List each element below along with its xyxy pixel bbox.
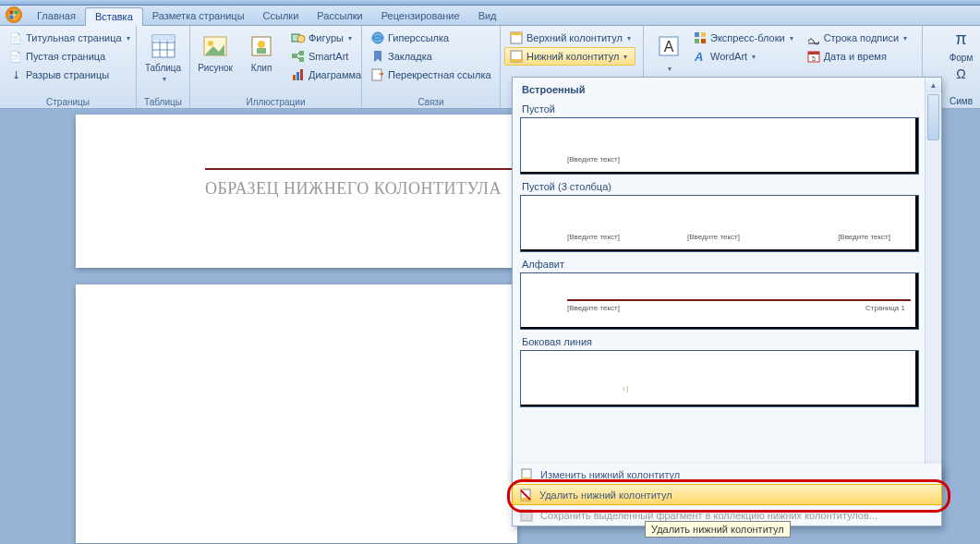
bookmark-button[interactable]: Закладка xyxy=(366,47,496,66)
footer-icon xyxy=(509,49,524,64)
gallery-scrollbar[interactable]: ▲ ▼ xyxy=(925,78,941,480)
gallery-item-blank[interactable]: [Введите текст] xyxy=(520,117,919,175)
gallery-section-builtin: Встроенный xyxy=(520,81,919,99)
table-icon xyxy=(149,31,178,61)
header-icon xyxy=(509,30,524,45)
shapes-button[interactable]: Фигуры▾ xyxy=(286,29,366,47)
tab-home[interactable]: Главная xyxy=(28,7,85,25)
group-pages-label: Страницы xyxy=(4,96,132,108)
hyperlink-button[interactable]: Гиперссылка xyxy=(366,29,496,47)
group-illus: Рисунок Клип Фигуры▾ SmartArt Диаграмма … xyxy=(190,26,362,108)
tab-view[interactable]: Вид xyxy=(469,7,506,25)
svg-rect-41 xyxy=(808,52,819,54)
svg-line-21 xyxy=(296,53,299,55)
page-break-label: Разрыв страницы xyxy=(26,69,109,80)
clip-label: Клип xyxy=(251,61,272,73)
footer-button[interactable]: Нижний колонтитул▾ xyxy=(504,47,635,66)
page-break-button[interactable]: ⤓Разрыв страницы xyxy=(4,66,135,84)
gallery-item-sideline-title: Боковая линия xyxy=(520,332,919,350)
placeholder-text: [Введите текст] xyxy=(567,304,620,312)
chart-button[interactable]: Диаграмма xyxy=(286,66,366,84)
svg-line-22 xyxy=(296,56,299,59)
tab-insert[interactable]: Вставка xyxy=(85,7,143,26)
smartart-button[interactable]: SmartArt xyxy=(286,47,366,66)
svg-rect-29 xyxy=(511,32,522,35)
shapes-label: Фигуры xyxy=(309,32,344,43)
svg-text:5: 5 xyxy=(812,55,816,62)
save-selection-label: Сохранить выделенный фрагмент в коллекци… xyxy=(540,510,877,521)
crossref-icon xyxy=(370,67,385,82)
svg-point-0 xyxy=(6,6,22,23)
placeholder-text: [Введите текст] xyxy=(838,233,890,241)
gallery-item-sideline[interactable]: ı | xyxy=(520,350,919,407)
tab-review[interactable]: Рецензирование xyxy=(372,7,469,25)
group-tables: Таблица ▾ Таблицы xyxy=(137,26,190,108)
group-pages: 📄Титульная страница▾ 📄Пустая страница ⤓Р… xyxy=(0,26,137,108)
svg-rect-19 xyxy=(299,51,304,55)
svg-text:A: A xyxy=(664,39,674,54)
svg-rect-31 xyxy=(511,59,522,62)
wordart-button[interactable]: AWordArt▾ xyxy=(688,47,798,66)
gallery-item-alpha[interactable]: [Введите текст] Страница 1 xyxy=(520,272,919,330)
picture-icon xyxy=(200,31,230,61)
wordart-icon: A xyxy=(693,49,708,64)
clipart-button[interactable]: Клип xyxy=(240,29,283,76)
picture-label: Рисунок xyxy=(198,61,233,73)
shapes-icon xyxy=(291,30,306,45)
smartart-icon xyxy=(291,49,306,64)
hyperlink-label: Гиперссылка xyxy=(388,32,449,43)
svg-rect-24 xyxy=(296,72,299,80)
svg-rect-35 xyxy=(701,32,706,37)
svg-point-17 xyxy=(297,35,305,42)
hyperlink-icon xyxy=(370,30,385,45)
signature-line-button[interactable]: Строка подписи▾ xyxy=(802,29,912,47)
datetime-button[interactable]: 5Дата и время xyxy=(802,47,912,66)
bookmark-icon xyxy=(370,49,385,64)
wordart-label: WordArt xyxy=(710,51,747,62)
header-button[interactable]: Верхний колонтитул▾ xyxy=(504,29,635,47)
remove-footer-menuitem[interactable]: Удалить нижний колонтитул xyxy=(512,484,942,505)
tab-refs[interactable]: Ссылки xyxy=(254,7,309,25)
omega-icon: Ω xyxy=(956,66,965,81)
edit-footer-label: Изменить нижний колонтитул xyxy=(540,469,680,480)
table-button[interactable]: Таблица ▾ xyxy=(140,29,186,87)
dropdown-icon: ▾ xyxy=(788,34,793,42)
dropdown-icon: ▾ xyxy=(161,75,166,83)
scroll-thumb[interactable] xyxy=(927,94,939,140)
document-page-1: ОБРАЗЕЦ НИЖНЕГО КОЛОНТИТУЛА xyxy=(76,115,517,268)
crossref-button[interactable]: Перекрестная ссылка xyxy=(366,66,496,84)
office-button[interactable] xyxy=(0,5,28,25)
tab-mail[interactable]: Рассылки xyxy=(308,7,371,25)
cover-page-button[interactable]: 📄Титульная страница▾ xyxy=(4,29,135,47)
table-label: Таблица xyxy=(145,63,181,73)
placeholder-text: [Введите текст] xyxy=(687,233,740,241)
footer-label: Нижний колонтитул xyxy=(526,51,619,62)
blank-page-button[interactable]: 📄Пустая страница xyxy=(4,47,135,66)
save-icon xyxy=(518,507,535,524)
svg-rect-44 xyxy=(522,478,531,480)
formula-label: Форм xyxy=(950,53,974,63)
svg-rect-25 xyxy=(300,69,303,80)
group-links-label: Связи xyxy=(366,96,496,108)
document-page-2 xyxy=(76,284,517,543)
smartart-label: SmartArt xyxy=(309,51,348,62)
gallery-item-blank3-title: Пустой (3 столбца) xyxy=(520,176,919,195)
group-illus-label: Иллюстрации xyxy=(194,96,357,108)
svg-rect-34 xyxy=(695,32,699,37)
crossref-label: Перекрестная ссылка xyxy=(388,69,491,80)
edit-footer-menuitem[interactable]: Изменить нижний колонтитул xyxy=(513,464,941,485)
tab-layout[interactable]: Разметка страницы xyxy=(143,7,254,25)
group-symbols-partial: π Форм Ω Симв xyxy=(942,26,980,109)
scroll-up-icon[interactable]: ▲ xyxy=(926,78,941,92)
page-icon: 📄 xyxy=(8,30,23,45)
quickparts-label: Экспресс-блоки xyxy=(710,32,785,43)
quickparts-button[interactable]: Экспресс-блоки▾ xyxy=(688,29,798,47)
dropdown-icon: ▾ xyxy=(625,34,631,42)
datetime-label: Дата и время xyxy=(824,51,887,62)
page-title-text: ОБРАЗЕЦ НИЖНЕГО КОЛОНТИТУЛА xyxy=(205,179,502,199)
svg-rect-1 xyxy=(10,11,14,15)
page-divider xyxy=(205,168,517,170)
remove-icon xyxy=(517,487,534,503)
gallery-item-blank3[interactable]: [Введите текст] [Введите текст] [Введите… xyxy=(520,195,919,252)
picture-button[interactable]: Рисунок xyxy=(194,29,236,76)
